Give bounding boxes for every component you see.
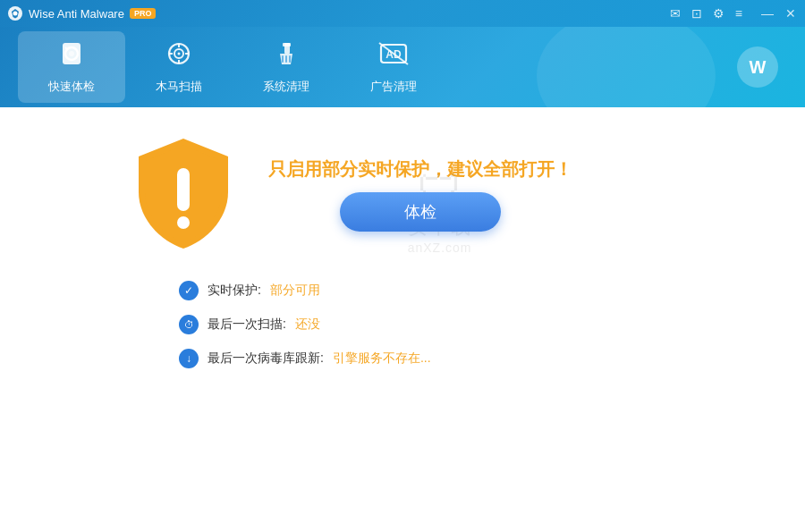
minimize-button[interactable]: —	[760, 6, 775, 21]
svg-rect-16	[285, 55, 287, 63]
last-scan-label: 最后一次扫描:	[208, 317, 286, 333]
realtime-label: 实时保护:	[208, 283, 261, 299]
svg-line-20	[379, 43, 408, 64]
svg-rect-21	[177, 168, 190, 211]
app-title: Wise Anti Malware	[29, 7, 124, 21]
pro-badge: PRO	[130, 8, 157, 19]
warning-right: 🛡 安下载 anXZ.com 只启用部分实时保护，建议全部打开！ 体检	[268, 157, 572, 232]
svg-point-4	[69, 51, 74, 56]
svg-rect-22	[177, 216, 190, 229]
clock-icon: ⏱	[179, 315, 199, 334]
malware-scan-label: 木马扫描	[156, 79, 202, 95]
nav-bar: 快速体检 木马扫描	[0, 27, 805, 107]
window-controls: — ✕	[760, 6, 798, 21]
ad-clean-icon: AD	[378, 40, 409, 73]
scan-button[interactable]: 体检	[340, 192, 501, 232]
tab-quick-scan[interactable]: 快速体检	[18, 31, 125, 103]
download-icon: ↓	[179, 349, 199, 368]
system-clean-label: 系统清理	[263, 79, 309, 95]
last-update-label: 最后一次病毒库跟新:	[208, 350, 324, 367]
svg-rect-15	[282, 55, 284, 63]
status-list: ✓ 实时保护: 部分可用 ⏱ 最后一次扫描: 还没 ↓ 最后一次病毒库跟新: 引…	[179, 281, 626, 368]
svg-point-1	[13, 12, 18, 16]
menu-icon[interactable]: ≡	[735, 6, 742, 21]
check-icon: ✓	[179, 281, 199, 300]
tab-ad-clean[interactable]: AD 广告清理	[340, 31, 447, 103]
quick-scan-label: 快速体检	[48, 79, 95, 95]
settings-icon[interactable]: ⚙	[713, 6, 724, 21]
status-realtime-protection: ✓ 实时保护: 部分可用	[179, 281, 626, 300]
monitor-icon[interactable]: ⊡	[691, 6, 702, 21]
svg-rect-17	[289, 55, 291, 63]
svg-rect-14	[283, 43, 291, 46]
realtime-value[interactable]: 部分可用	[270, 283, 320, 299]
title-bar: Wise Anti Malware PRO ✉ ⊡ ⚙ ≡ — ✕	[0, 0, 805, 27]
status-last-update: ↓ 最后一次病毒库跟新: 引擎服务不存在...	[179, 349, 626, 368]
tab-system-clean[interactable]: 系统清理	[233, 31, 340, 103]
tab-malware-scan[interactable]: 木马扫描	[125, 31, 233, 103]
warning-section: 🛡 安下载 anXZ.com 只启用部分实时保护，建议全部打开！ 体检	[134, 134, 671, 254]
shield-warning-icon	[134, 134, 233, 250]
user-avatar[interactable]: W	[737, 46, 778, 88]
mail-icon[interactable]: ✉	[670, 6, 681, 21]
svg-point-8	[178, 52, 181, 55]
title-left: Wise Anti Malware PRO	[7, 5, 156, 21]
nav-tabs: 快速体检 木马扫描	[18, 31, 737, 103]
quick-scan-icon	[58, 40, 85, 73]
last-update-value[interactable]: 引擎服务不存在...	[333, 350, 431, 367]
main-content: 🛡 安下载 anXZ.com 只启用部分实时保护，建议全部打开！ 体检 ✓ 实时…	[0, 107, 805, 532]
warning-message: 只启用部分实时保护，建议全部打开！	[268, 157, 572, 182]
ad-clean-label: 广告清理	[370, 79, 417, 95]
status-last-scan: ⏱ 最后一次扫描: 还没	[179, 315, 626, 334]
title-controls: ✉ ⊡ ⚙ ≡ — ✕	[670, 6, 798, 21]
close-button[interactable]: ✕	[784, 6, 798, 21]
shield-wrapper	[134, 134, 233, 254]
last-scan-value[interactable]: 还没	[295, 317, 320, 333]
malware-scan-icon	[165, 40, 192, 73]
app-logo-icon	[7, 5, 23, 21]
system-clean-icon	[273, 40, 300, 73]
